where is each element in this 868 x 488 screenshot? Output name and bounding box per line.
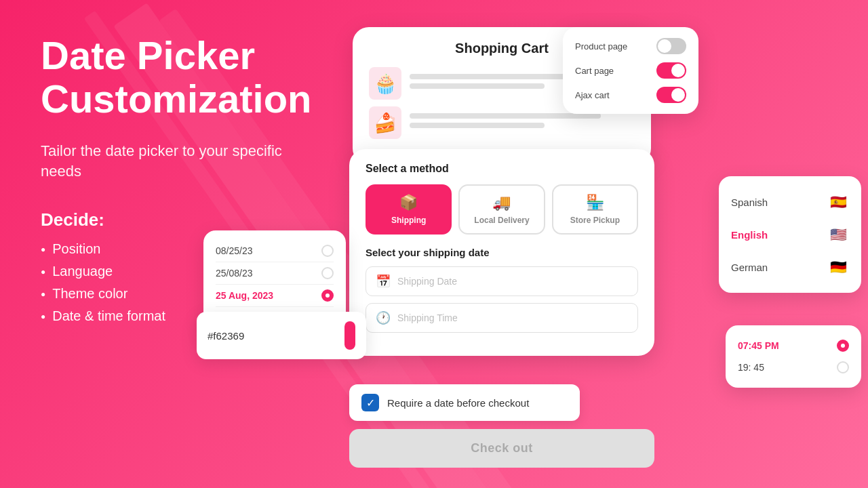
toggle-knob — [671, 64, 685, 77]
cart-item-lines — [410, 113, 635, 132]
local-delivery-button[interactable]: 🚚 Local Delivery — [458, 184, 545, 235]
clock-icon: 🕐 — [376, 310, 391, 325]
shipping-time-placeholder: Shipping Time — [397, 312, 458, 323]
require-date-label: Require a date before checkout — [387, 397, 529, 409]
time-format-card: 07:45 PM 19: 45 — [726, 325, 861, 388]
decide-label: Decide: — [41, 209, 326, 230]
toggle-section: Product page Cart page Ajax cart — [563, 27, 698, 114]
language-card: Spanish 🇪🇸 English 🇺🇸 German 🇩🇪 — [719, 176, 861, 293]
language-item-spanish[interactable]: Spanish 🇪🇸 — [731, 186, 849, 218]
require-date-checkbox[interactable]: ✓ — [361, 394, 379, 411]
cart-item-image: 🍰 — [369, 106, 401, 139]
cart-item-image: 🧁 — [369, 67, 401, 100]
shipping-date-input-row[interactable]: 📅 Shipping Date — [366, 266, 638, 296]
time-item-24h[interactable]: 19: 45 — [738, 357, 849, 378]
shipping-date-title: Select your shipping date — [366, 247, 638, 258]
main-title: Date Picker Customization — [41, 34, 326, 121]
german-label: German — [731, 262, 768, 273]
local-delivery-label: Local Delivery — [474, 216, 529, 225]
language-item-german[interactable]: German 🇩🇪 — [731, 251, 849, 283]
date-format-value-selected: 25 Aug, 2023 — [216, 290, 273, 301]
date-format-item[interactable]: 08/25/23 — [216, 240, 334, 262]
german-flag: 🇩🇪 — [827, 256, 849, 278]
time-radio[interactable] — [837, 361, 849, 373]
shipping-time-input-row[interactable]: 🕐 Shipping Time — [366, 303, 638, 333]
cart-item-line — [410, 83, 545, 89]
shipping-icon: 📦 — [399, 194, 418, 211]
cart-item-line — [410, 113, 601, 119]
product-page-toggle-row: Product page — [575, 38, 686, 54]
store-pickup-button[interactable]: 🏪 Store Pickup — [552, 184, 638, 235]
date-format-item[interactable]: 25/08/23 — [216, 262, 334, 285]
local-delivery-icon: 🚚 — [492, 194, 511, 211]
time-12h-value: 07:45 PM — [738, 340, 779, 351]
shipping-label: Shipping — [391, 216, 426, 225]
ui-area: Shopping Cart 🧁 🍰 Product page — [312, 0, 868, 488]
color-swatch[interactable] — [344, 321, 355, 350]
spanish-flag: 🇪🇸 — [827, 191, 849, 213]
time-24h-value: 19: 45 — [738, 362, 764, 373]
date-format-radio-selected[interactable] — [321, 289, 334, 302]
ajax-cart-toggle[interactable] — [656, 87, 686, 103]
checkout-section: ✓ Require a date before checkout Check o… — [349, 384, 654, 468]
cart-item-line — [410, 123, 545, 128]
english-label: English — [731, 229, 768, 241]
cart-page-label: Cart page — [575, 66, 614, 76]
store-pickup-icon: 🏪 — [586, 194, 604, 211]
select-method-title: Select a method — [366, 163, 638, 175]
method-buttons: 📦 Shipping 🚚 Local Delivery 🏪 Store Pick… — [366, 184, 638, 235]
calendar-icon: 📅 — [376, 274, 391, 289]
date-format-radio[interactable] — [321, 267, 334, 279]
time-radio-selected[interactable] — [837, 340, 849, 352]
toggle-knob — [658, 39, 671, 53]
store-pickup-label: Store Pickup — [570, 216, 620, 225]
date-format-value: 08/25/23 — [216, 245, 253, 256]
date-format-radio[interactable] — [321, 245, 334, 257]
spanish-label: Spanish — [731, 197, 768, 208]
subtitle: Tailor the date picker to your specific … — [41, 141, 326, 183]
product-page-toggle[interactable] — [656, 38, 686, 54]
shipping-date-placeholder: Shipping Date — [397, 276, 457, 287]
toggle-knob — [671, 88, 685, 102]
shipping-button[interactable]: 📦 Shipping — [366, 184, 452, 235]
ajax-cart-label: Ajax cart — [575, 90, 610, 100]
ajax-cart-toggle-row: Ajax cart — [575, 87, 686, 103]
product-page-label: Product page — [575, 41, 627, 52]
checkout-button[interactable]: Check out — [349, 429, 654, 468]
language-item-english[interactable]: English 🇺🇸 — [731, 218, 849, 251]
color-picker-card — [197, 312, 366, 359]
english-flag: 🇺🇸 — [827, 224, 849, 245]
require-date-row: ✓ Require a date before checkout — [349, 384, 580, 421]
color-hex-input[interactable] — [208, 330, 336, 342]
time-item-12h[interactable]: 07:45 PM — [738, 335, 849, 357]
main-date-picker-card: Select a method 📦 Shipping 🚚 Local Deliv… — [349, 149, 654, 356]
date-format-item-selected[interactable]: 25 Aug, 2023 — [216, 285, 334, 307]
date-format-value: 25/08/23 — [216, 268, 253, 279]
cart-page-toggle-row: Cart page — [575, 62, 686, 79]
cart-page-toggle[interactable] — [656, 62, 686, 79]
